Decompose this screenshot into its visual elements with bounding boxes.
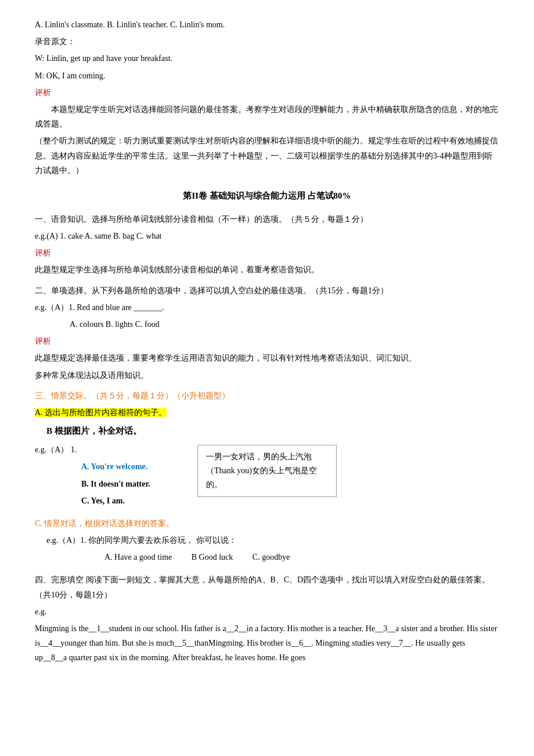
- section3-a-label: A. 选出与所给图片内容相符的句子。: [35, 405, 499, 420]
- cloze-text: Mingming is the__1__student in our schoo…: [35, 621, 499, 665]
- section2-header: 第II卷 基础知识与综合能力运用 占笔试80%: [35, 188, 499, 204]
- eg-c-row: e.g.（A）1. 你的同学周六要去欢乐谷玩， 你可以说：: [46, 533, 499, 548]
- eg-b-left: e.g.（A） 1. A. You're welcome. B. It does…: [35, 442, 186, 510]
- section1: 一、语音知识。选择与所给单词划线部分读音相似（不一样）的选项。（共５分，每题１分…: [35, 212, 499, 278]
- section3-a-highlight: A. 选出与所给图片内容相符的句子。: [35, 408, 167, 417]
- eg-b-section: e.g.（A） 1. A. You're welcome. B. It does…: [35, 442, 499, 510]
- luyinjuzi-label: 录音原文：: [35, 34, 499, 49]
- pingxi-2-label: 评析: [35, 246, 499, 260]
- pingxi-1-content: 本题型规定学生听完对话选择能回答问题的最佳答案。考察学生对语段的理解能力，并从中…: [35, 102, 499, 131]
- eg-b-answer-a: A. You're welcome.: [81, 459, 186, 474]
- eg-c-opt-a: A. Have a good time: [104, 553, 172, 561]
- eg-b-answer-c: C. Yes, I am.: [81, 494, 186, 508]
- eg-c-opt-b: B Good luck: [192, 553, 233, 561]
- dialog-w: W: Linlin, get up and have your breakfas…: [35, 51, 499, 66]
- eg-c-options: A. Have a good time B Good luck C. goodb…: [104, 550, 499, 564]
- pingxi-1-section: 评析 本题型规定学生听完对话选择能回答问题的最佳答案。考察学生对语段的理解能力，…: [35, 85, 499, 178]
- section3-header: 三、情景交际。（共５分，每题１分）（小升初题型）: [35, 388, 499, 403]
- pingxi-3-label: 评析: [35, 334, 499, 348]
- dialog-box: 一男一女对话，男的头上汽泡（Thank you)女的头上气泡是空的。: [197, 445, 337, 496]
- option-a-classmate: A. Linlin's classmate. B. Linlin's teach…: [35, 20, 225, 29]
- pingxi-3a: 此题型规定选择最佳选项，重要考察学生运用语言知识的能力，可以有针对性地考察语法知…: [35, 351, 499, 365]
- section2: 二、单项选择。从下列各题所给的选项中，选择可以填入空白处的最佳选项。（共15分，…: [35, 283, 499, 383]
- eg-single: e.g.（A）1. Red and blue are _______.: [35, 300, 499, 315]
- eg-cloze-label: e.g.: [35, 604, 499, 619]
- paren-note: （整个听力测试的规定：听力测试重要测试学生对所听内容的理解和在详细语境中听的能力…: [35, 134, 499, 178]
- eg-single-options: A. colours B. lights C. food: [70, 317, 499, 332]
- top-options-row: A. Linlin's classmate. B. Linlin's teach…: [35, 17, 499, 32]
- eg-phonetics: e.g.(A) 1. cake A. same B. bag C. what: [35, 229, 499, 243]
- section3-b-label: B 根据图片，补全对话。: [46, 423, 499, 439]
- section4-label: 四、完形填空 阅读下面一则短文，掌握其大意，从每题所给的A、B、C、D四个选项中…: [35, 573, 499, 602]
- section3-c-label: C. 情景对话，根据对话选择对的答案。: [35, 516, 499, 531]
- dialog-m: M: OK, I am coming.: [35, 69, 499, 83]
- section3: 三、情景交际。（共５分，每题１分）（小升初题型） A. 选出与所给图片内容相符的…: [35, 388, 499, 565]
- section2-label: 二、单项选择。从下列各题所给的选项中，选择可以填入空白处的最佳选项。（共15分，…: [35, 283, 499, 298]
- pingxi-3b: 多种常见体现法以及语用知识。: [35, 368, 499, 383]
- section1-label: 一、语音知识。选择与所给单词划线部分读音相似（不一样）的选项。（共５分，每题１分…: [35, 212, 499, 226]
- eg-b-answer-b: B. It doesn't matter.: [81, 477, 186, 491]
- pingxi-1-label: 评析: [35, 85, 499, 100]
- pingxi-2-content: 此题型规定学生选择与所给单词划线部分读音相似的单词，着重考察语音知识。: [35, 262, 499, 277]
- section4: 四、完形填空 阅读下面一则短文，掌握其大意，从每题所给的A、B、C、D四个选项中…: [35, 573, 499, 665]
- eg-c-opt-c: C. goodbye: [252, 553, 290, 561]
- eg-b-label-row: e.g.（A） 1.: [35, 442, 186, 457]
